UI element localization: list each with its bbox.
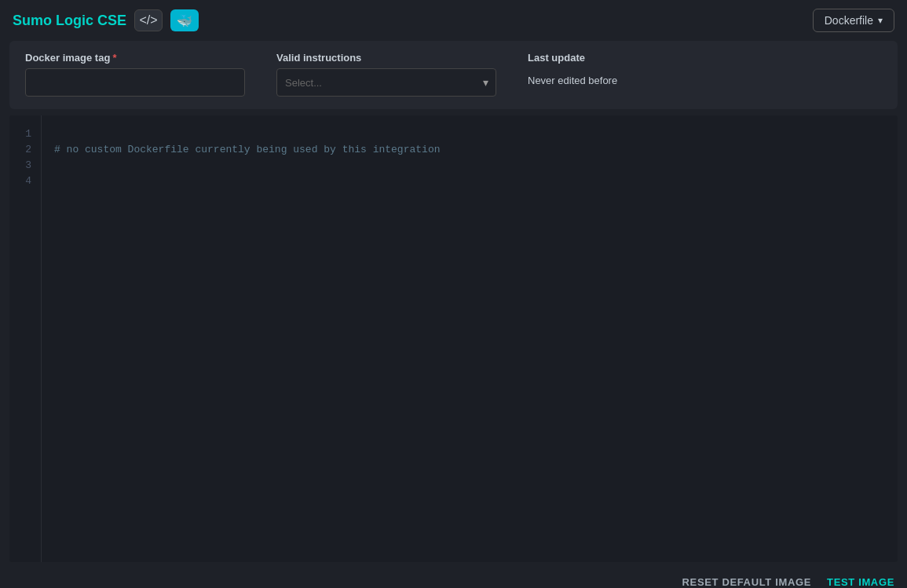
- line-number-1: 1: [19, 126, 31, 142]
- reset-default-image-button[interactable]: RESET DEFAULT IMAGE: [682, 576, 812, 588]
- header-left: Sumo Logic CSE </> 🐳: [13, 9, 199, 31]
- editor-content[interactable]: # no custom Dockerfile currently being u…: [41, 115, 898, 562]
- line-number-4: 4: [19, 173, 31, 189]
- dockerfile-dropdown-button[interactable]: Dockerfile ▾: [813, 9, 894, 32]
- docker-icon-button[interactable]: 🐳: [170, 9, 199, 31]
- dropdown-label: Dockerfile: [825, 14, 873, 27]
- valid-instructions-wrapper: Select... ▾: [276, 68, 496, 97]
- required-star: *: [112, 52, 116, 64]
- footer: RESET DEFAULT IMAGE TEST IMAGE: [0, 562, 907, 588]
- code-line-3: [54, 158, 885, 173]
- docker-image-tag-label: Docker image tag*: [25, 52, 245, 64]
- test-image-button[interactable]: TEST IMAGE: [827, 576, 894, 588]
- valid-instructions-label: Valid instructions: [276, 52, 496, 64]
- line-number-3: 3: [19, 158, 31, 173]
- valid-instructions-select[interactable]: Select...: [276, 68, 496, 97]
- app-header: Sumo Logic CSE </> 🐳 Dockerfile ▾: [0, 0, 907, 41]
- chevron-down-icon: ▾: [878, 15, 883, 26]
- code-editor[interactable]: 1 2 3 4 # no custom Dockerfile currently…: [9, 115, 898, 562]
- docker-image-tag-group: Docker image tag*: [25, 52, 245, 97]
- config-panel: Docker image tag* Valid instructions Sel…: [9, 41, 898, 109]
- docker-image-tag-input[interactable]: [25, 68, 245, 97]
- code-icon: </>: [139, 13, 157, 27]
- code-line-4: [54, 173, 885, 189]
- last-update-label: Last update: [528, 52, 617, 64]
- code-icon-button[interactable]: </>: [134, 9, 163, 31]
- code-line-1: [54, 126, 885, 142]
- last-update-group: Last update Never edited before: [528, 52, 617, 86]
- valid-instructions-group: Valid instructions Select... ▾: [276, 52, 496, 97]
- line-numbers: 1 2 3 4: [9, 115, 41, 562]
- docker-icon: 🐳: [177, 13, 192, 28]
- last-update-value: Never edited before: [528, 68, 617, 86]
- line-number-2: 2: [19, 142, 31, 158]
- code-line-2: # no custom Dockerfile currently being u…: [54, 142, 885, 158]
- app-title: Sumo Logic CSE: [13, 13, 126, 29]
